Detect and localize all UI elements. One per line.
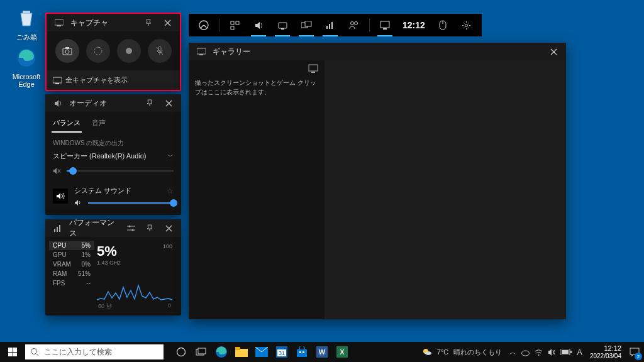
pin-icon[interactable] <box>142 221 157 236</box>
svg-rect-40 <box>309 65 318 71</box>
close-icon[interactable] <box>161 221 176 236</box>
tab-balance[interactable]: バランス <box>52 114 82 133</box>
taskbar-app-calendar[interactable]: 31 <box>272 342 292 362</box>
perf-stat-fps[interactable]: FPS-- <box>49 278 94 288</box>
pin-icon[interactable] <box>141 15 156 30</box>
desktop-icon-recycle-bin[interactable]: ごみ箱 <box>8 5 45 42</box>
separator <box>219 19 219 31</box>
pin-icon[interactable] <box>142 96 157 111</box>
gallery-filter[interactable] <box>189 60 325 75</box>
svg-rect-46 <box>198 348 206 354</box>
widget-header[interactable]: ギャラリー <box>189 43 566 60</box>
capture-body <box>47 31 180 70</box>
favorite-icon[interactable]: ☆ <box>167 187 174 195</box>
perf-stat-vram[interactable]: VRAM0% <box>49 260 94 269</box>
desktop-icon-label: ごみ箱 <box>8 33 45 42</box>
cortana-icon[interactable] <box>171 342 191 362</box>
audio-header-icon <box>50 96 65 111</box>
capture-icon[interactable] <box>271 14 294 36</box>
perf-stat-gpu[interactable]: GPU1% <box>49 250 94 260</box>
svg-rect-7 <box>281 28 284 30</box>
close-icon[interactable] <box>546 44 561 59</box>
background-icon[interactable] <box>295 14 318 36</box>
svg-point-37 <box>131 229 133 231</box>
gamebar-toolbar: 12:12 <box>189 14 482 36</box>
device-volume-slider[interactable] <box>67 170 174 172</box>
svg-point-14 <box>355 22 358 25</box>
settings-icon[interactable] <box>455 14 478 36</box>
onedrive-icon[interactable] <box>521 348 530 356</box>
widgets-icon[interactable] <box>223 14 246 36</box>
svg-rect-9 <box>305 21 311 26</box>
svg-point-35 <box>128 225 130 227</box>
audio-widget: オーディオ バランス 音声 WINDOWS の既定の出力 スピーカー (Real… <box>45 94 181 215</box>
close-icon[interactable] <box>160 15 175 30</box>
perf-stat-list: CPU5% GPU1% VRAM0% RAM51% FPS-- <box>49 241 94 312</box>
taskbar-app-store[interactable] <box>292 342 312 362</box>
perf-stat-cpu[interactable]: CPU5% <box>49 241 94 250</box>
gallery-preview <box>325 60 566 319</box>
performance-icon[interactable] <box>319 14 341 36</box>
chevron-down-icon: ﹀ <box>167 152 174 161</box>
taskbar-app-explorer[interactable] <box>231 342 252 362</box>
record-last-button[interactable] <box>86 39 110 63</box>
widget-header[interactable]: キャプチャ <box>47 14 180 31</box>
svg-point-44 <box>177 348 186 356</box>
taskbar-search[interactable]: ここに入力して検索 <box>25 344 164 359</box>
system-volume-slider[interactable] <box>88 202 174 204</box>
taskbar-app-word[interactable]: W <box>312 342 332 362</box>
wifi-icon[interactable] <box>535 349 543 356</box>
mic-mute-button[interactable] <box>148 39 172 63</box>
perf-stat-ram[interactable]: RAM51% <box>49 269 94 278</box>
clock-time: 12:12 <box>590 344 621 352</box>
audio-icon[interactable] <box>247 14 270 36</box>
mouse-icon[interactable] <box>431 14 454 36</box>
gallery-empty-message: 撮ったスクリーンショットとゲーム クリップはここに表示されます。 <box>189 75 325 99</box>
widget-title: オーディオ <box>69 98 138 109</box>
perf-ymax: 100 <box>163 243 172 250</box>
screenshot-button[interactable] <box>55 39 79 63</box>
chevron-up-icon[interactable]: ︿ <box>509 348 516 357</box>
desktop-icon-edge[interactable]: Microsoft Edge <box>8 45 45 88</box>
windows-logo-icon <box>8 348 17 356</box>
perf-body: CPU5% GPU1% VRAM0% RAM51% FPS-- 5% 1.43 … <box>45 237 181 315</box>
options-icon[interactable] <box>123 221 138 236</box>
widget-title: パフォーマンス <box>69 217 119 239</box>
edge-icon <box>14 45 39 70</box>
show-all-captures-button[interactable]: 全キャプチャを表示 <box>47 70 180 90</box>
speaker-icon <box>53 189 68 204</box>
taskbar-app-mail[interactable] <box>252 342 272 362</box>
gallery-icon[interactable] <box>374 14 396 36</box>
weather-temp: 7°C <box>437 348 448 356</box>
taskbar-clock[interactable]: 12:12 2022/03/04 <box>586 344 625 359</box>
tab-voice[interactable]: 音声 <box>91 114 107 133</box>
perf-ymin: 0 <box>168 302 171 310</box>
volume-icon[interactable] <box>548 348 555 356</box>
svg-rect-3 <box>231 21 234 25</box>
perf-sub-value: 1.43 GHz <box>97 260 121 266</box>
widget-header[interactable]: パフォーマンス <box>45 219 181 237</box>
tray-icons[interactable]: ︿ A <box>506 348 586 357</box>
task-view-icon[interactable] <box>191 342 211 362</box>
svg-rect-32 <box>57 227 58 232</box>
taskbar-app-edge[interactable] <box>211 342 231 362</box>
output-device-row[interactable]: スピーカー (Realtek(R) Audio) ﹀ <box>53 151 174 161</box>
gallery-sidebar: 撮ったスクリーンショットとゲーム クリップはここに表示されます。 <box>189 60 325 319</box>
svg-rect-0 <box>23 11 30 13</box>
xbox-icon[interactable] <box>192 14 215 36</box>
svg-rect-33 <box>59 225 60 232</box>
widget-title: ギャラリー <box>213 47 542 57</box>
speaker-mute-icon[interactable] <box>53 167 62 175</box>
battery-icon[interactable] <box>560 349 572 355</box>
weather-widget[interactable]: 7°C 晴れのちくもり <box>418 347 506 357</box>
social-icon[interactable] <box>343 14 365 36</box>
svg-rect-12 <box>331 22 333 29</box>
taskbar-app-excel[interactable]: X <box>332 342 352 362</box>
record-button[interactable] <box>117 39 141 63</box>
start-button[interactable] <box>0 342 25 362</box>
ime-indicator[interactable]: A <box>577 348 582 357</box>
action-center-button[interactable]: 2 <box>625 342 644 362</box>
speaker-small-icon[interactable] <box>74 199 83 206</box>
widget-header[interactable]: オーディオ <box>45 94 181 112</box>
close-icon[interactable] <box>161 96 176 111</box>
